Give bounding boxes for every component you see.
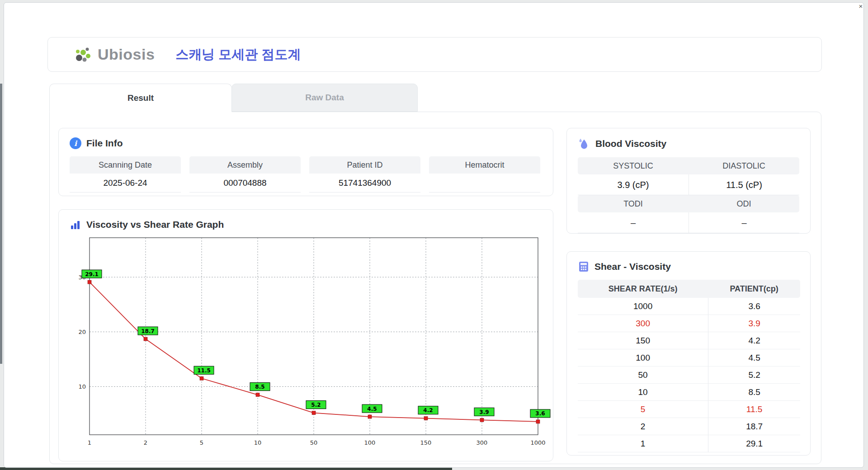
shear-cell: 1000 — [578, 298, 708, 315]
shear-cell: 50 — [578, 367, 708, 384]
shear-cell: 2 — [578, 418, 708, 435]
desktop-artifact-left — [0, 84, 2, 364]
bv-value-cell: 11.5 (cP) — [689, 174, 799, 195]
graph-title-row: Viscosity vs Shear Rate Graph — [70, 219, 553, 230]
table-row: 1504.2 — [578, 332, 800, 349]
close-icon[interactable]: × — [856, 2, 865, 11]
svg-text:4.5: 4.5 — [367, 406, 377, 412]
blood-viscosity-title-row: Blood Viscosity — [578, 137, 810, 150]
svg-text:1000: 1000 — [530, 439, 545, 446]
svg-text:300: 300 — [476, 439, 488, 446]
bar-chart-icon — [70, 219, 81, 230]
patient-cell: 11.5 — [708, 401, 800, 418]
shear-viscosity-card: Shear - Viscosity SHEAR RATE(1/s)PATIENT… — [566, 251, 811, 456]
field-label: Scanning Date — [70, 156, 181, 174]
shear-viscosity-title-row: Shear - Viscosity — [578, 261, 810, 273]
calculator-icon — [578, 261, 590, 273]
ubiosis-logo: Ubiosis — [73, 44, 155, 65]
svg-text:50: 50 — [310, 439, 318, 446]
tab-result[interactable]: Result — [49, 84, 232, 112]
svg-text:100: 100 — [364, 439, 376, 446]
file-info-title-row: i File Info — [70, 137, 553, 149]
bv-value-cell: – — [578, 212, 689, 233]
field-label: Assembly — [189, 156, 301, 174]
svg-text:8.5: 8.5 — [255, 384, 264, 390]
dots-cluster-icon — [73, 44, 94, 65]
svg-text:5: 5 — [200, 439, 203, 446]
svg-text:3.9: 3.9 — [479, 409, 489, 415]
patient-cell: 5.2 — [708, 367, 800, 384]
blood-viscosity-card: Blood Viscosity SYSTOLICDIASTOLIC3.9 (cP… — [566, 128, 811, 234]
field-value: 51741364900 — [309, 174, 420, 193]
info-icon: i — [70, 137, 81, 149]
svg-text:5.2: 5.2 — [311, 402, 321, 408]
svg-text:18.7: 18.7 — [141, 328, 155, 334]
shear-cell: 1 — [578, 435, 708, 452]
table-header-row: SHEAR RATE(1/s)PATIENT(cp) — [578, 280, 800, 298]
shear-viscosity-title: Shear - Viscosity — [594, 261, 671, 272]
svg-text:10: 10 — [78, 383, 86, 390]
file-info-title: File Info — [86, 138, 123, 149]
svg-text:10: 10 — [254, 439, 262, 446]
header: Ubiosis 스캐닝 모세관 점도계 — [47, 37, 822, 72]
bv-header-row: TODIODI — [578, 195, 799, 212]
shear-cell: 5 — [578, 401, 708, 418]
viscosity-chart: 1251050100150300100010203029.118.711.58.… — [70, 234, 553, 450]
patient-cell: 3.9 — [708, 315, 800, 332]
table-row: 3003.9 — [578, 315, 800, 332]
svg-text:150: 150 — [420, 439, 432, 446]
tab-bar: Result Raw Data — [49, 84, 418, 112]
table-row: 218.7 — [578, 418, 800, 435]
tab-raw-data[interactable]: Raw Data — [231, 84, 418, 112]
patient-cell: 29.1 — [708, 435, 800, 452]
field-label: Patient ID — [309, 156, 420, 174]
blood-viscosity-grid: SYSTOLICDIASTOLIC3.9 (cP)11.5 (cP)TODIOD… — [578, 157, 799, 233]
table-row: 505.2 — [578, 367, 800, 384]
logo-text: Ubiosis — [98, 46, 155, 63]
table-row: 1004.5 — [578, 349, 800, 367]
file-info-field: Scanning Date2025-06-24 — [70, 156, 181, 193]
patient-cell: 3.6 — [708, 298, 800, 315]
svg-text:1: 1 — [88, 439, 91, 446]
bv-header-row: SYSTOLICDIASTOLIC — [578, 157, 799, 174]
bv-header-cell: DIASTOLIC — [689, 157, 799, 174]
svg-text:4.2: 4.2 — [423, 407, 433, 414]
bv-header-cell: SYSTOLIC — [578, 157, 689, 174]
patient-cell: 8.5 — [708, 384, 800, 401]
blood-viscosity-title: Blood Viscosity — [595, 138, 666, 149]
field-value — [429, 174, 540, 193]
file-info-card: i File Info Scanning Date2025-06-24Assem… — [58, 128, 553, 196]
tab-content: i File Info Scanning Date2025-06-24Assem… — [49, 112, 821, 464]
table-row: 129.1 — [578, 435, 800, 452]
svg-text:20: 20 — [78, 329, 86, 335]
field-label: Hematocrit — [429, 156, 540, 174]
droplet-icon — [578, 137, 590, 150]
table-row: 108.5 — [578, 384, 800, 401]
shear-viscosity-table: SHEAR RATE(1/s)PATIENT(cp)10003.63003.91… — [578, 280, 800, 452]
table-row: 10003.6 — [578, 298, 800, 315]
field-value: 2025-06-24 — [70, 174, 181, 193]
bv-value-row: –– — [578, 212, 799, 233]
bv-header-cell: TODI — [578, 195, 689, 212]
page-title: 스캐닝 모세관 점도계 — [175, 46, 301, 64]
graph-card: Viscosity vs Shear Rate Graph 1251050100… — [58, 209, 553, 461]
patient-cell: 18.7 — [708, 418, 800, 435]
svg-text:2: 2 — [144, 439, 147, 446]
svg-text:3.6: 3.6 — [535, 410, 545, 417]
graph-title: Viscosity vs Shear Rate Graph — [86, 219, 224, 230]
app-window: Ubiosis 스캐닝 모세관 점도계 Result Raw Data i Fi… — [4, 2, 864, 468]
column-header: PATIENT(cp) — [708, 280, 800, 298]
table-row: 511.5 — [578, 401, 800, 418]
svg-text:11.5: 11.5 — [197, 367, 211, 374]
bv-value-cell: – — [689, 212, 799, 233]
shear-cell: 100 — [578, 349, 708, 367]
file-info-field: Assembly000704888 — [189, 156, 301, 193]
svg-text:29.1: 29.1 — [85, 271, 99, 277]
file-info-fields: Scanning Date2025-06-24Assembly000704888… — [70, 156, 553, 193]
file-info-field: Hematocrit — [429, 156, 540, 193]
file-info-field: Patient ID51741364900 — [309, 156, 420, 193]
patient-cell: 4.5 — [708, 349, 800, 367]
bv-value-cell: 3.9 (cP) — [578, 174, 689, 195]
bv-header-cell: ODI — [689, 195, 799, 212]
viscosity-chart-svg: 1251050100150300100010203029.118.711.58.… — [70, 234, 549, 450]
